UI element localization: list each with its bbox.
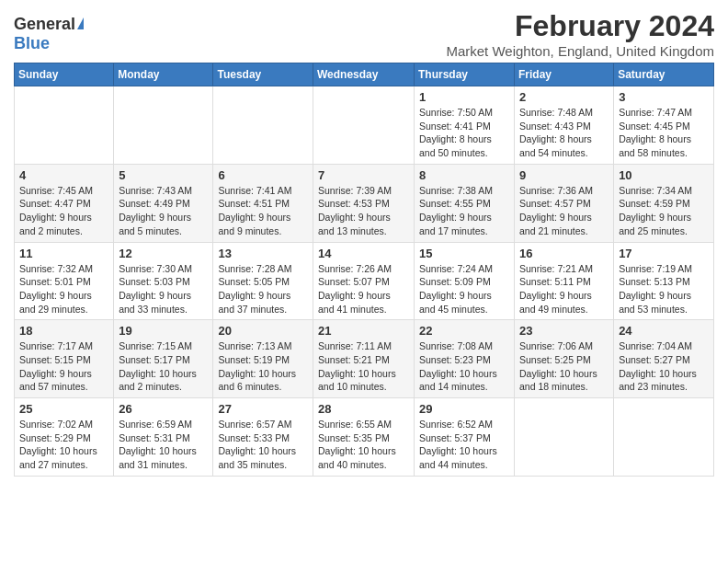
calendar-week-1: 1Sunrise: 7:50 AM Sunset: 4:41 PM Daylig… [15,86,714,165]
calendar-cell: 24Sunrise: 7:04 AM Sunset: 5:27 PM Dayli… [614,320,714,398]
day-info: Sunrise: 7:32 AM Sunset: 5:01 PM Dayligh… [19,262,108,316]
calendar-cell: 19Sunrise: 7:15 AM Sunset: 5:17 PM Dayli… [114,320,213,398]
calendar-cell: 28Sunrise: 6:55 AM Sunset: 5:35 PM Dayli… [313,398,415,477]
day-number: 20 [218,324,308,338]
calendar-cell [114,86,213,165]
calendar-body: 1Sunrise: 7:50 AM Sunset: 4:41 PM Daylig… [15,86,714,477]
day-number: 26 [119,402,208,416]
header-cell-tuesday: Tuesday [213,63,313,86]
day-number: 24 [619,324,709,338]
day-info: Sunrise: 7:30 AM Sunset: 5:03 PM Dayligh… [119,262,208,316]
calendar-cell: 9Sunrise: 7:36 AM Sunset: 4:57 PM Daylig… [515,164,614,242]
day-number: 9 [519,168,609,182]
location-title: Market Weighton, England, United Kingdom [446,43,714,59]
day-info: Sunrise: 7:39 AM Sunset: 4:53 PM Dayligh… [318,184,409,238]
day-number: 27 [218,402,308,416]
logo-general-text: General [14,15,75,34]
calendar-cell: 11Sunrise: 7:32 AM Sunset: 5:01 PM Dayli… [15,242,114,320]
day-number: 15 [419,247,509,260]
header-cell-sunday: Sunday [15,63,114,86]
day-number: 4 [19,168,108,182]
calendar-cell [313,86,415,165]
header-cell-saturday: Saturday [614,63,714,86]
calendar-cell: 6Sunrise: 7:41 AM Sunset: 4:51 PM Daylig… [213,164,313,242]
header-cell-monday: Monday [114,63,213,86]
day-info: Sunrise: 7:11 AM Sunset: 5:21 PM Dayligh… [318,339,409,394]
day-number: 1 [419,90,509,104]
day-info: Sunrise: 7:19 AM Sunset: 5:13 PM Dayligh… [619,262,709,316]
logo-triangle-icon [77,17,84,29]
calendar-cell: 26Sunrise: 6:59 AM Sunset: 5:31 PM Dayli… [114,398,213,477]
calendar-cell: 5Sunrise: 7:43 AM Sunset: 4:49 PM Daylig… [114,164,213,242]
day-number: 22 [419,324,509,338]
day-info: Sunrise: 7:38 AM Sunset: 4:55 PM Dayligh… [419,184,509,238]
day-number: 17 [619,247,709,260]
day-info: Sunrise: 7:43 AM Sunset: 4:49 PM Dayligh… [119,184,208,238]
day-info: Sunrise: 7:28 AM Sunset: 5:05 PM Dayligh… [218,262,308,316]
day-info: Sunrise: 7:04 AM Sunset: 5:27 PM Dayligh… [619,339,709,394]
month-title: February 2024 [446,9,714,43]
calendar-cell: 20Sunrise: 7:13 AM Sunset: 5:19 PM Dayli… [213,320,313,398]
calendar-cell: 29Sunrise: 6:52 AM Sunset: 5:37 PM Dayli… [415,398,515,477]
calendar-cell: 3Sunrise: 7:47 AM Sunset: 4:45 PM Daylig… [614,86,714,165]
day-number: 25 [19,402,108,416]
calendar-cell: 17Sunrise: 7:19 AM Sunset: 5:13 PM Dayli… [614,242,714,320]
header: General Blue February 2024 Market Weight… [14,9,714,59]
calendar-cell: 27Sunrise: 6:57 AM Sunset: 5:33 PM Dayli… [213,398,313,477]
calendar-week-5: 25Sunrise: 7:02 AM Sunset: 5:29 PM Dayli… [15,398,714,477]
logo-blue-text: Blue [14,34,50,53]
calendar-cell: 7Sunrise: 7:39 AM Sunset: 4:53 PM Daylig… [313,164,415,242]
day-info: Sunrise: 7:50 AM Sunset: 4:41 PM Dayligh… [419,106,509,160]
day-number: 21 [318,324,409,338]
day-number: 7 [318,168,409,182]
day-number: 18 [19,324,108,338]
day-number: 3 [619,90,709,104]
calendar-cell: 21Sunrise: 7:11 AM Sunset: 5:21 PM Dayli… [313,320,415,398]
day-info: Sunrise: 7:47 AM Sunset: 4:45 PM Dayligh… [619,106,709,160]
day-number: 5 [119,168,208,182]
calendar-cell: 25Sunrise: 7:02 AM Sunset: 5:29 PM Dayli… [15,398,114,477]
day-number: 28 [318,402,409,416]
day-info: Sunrise: 7:48 AM Sunset: 4:43 PM Dayligh… [519,106,609,160]
calendar-cell: 18Sunrise: 7:17 AM Sunset: 5:15 PM Dayli… [15,320,114,398]
calendar-cell: 4Sunrise: 7:45 AM Sunset: 4:47 PM Daylig… [15,164,114,242]
day-number: 16 [519,247,609,260]
calendar-table: SundayMondayTuesdayWednesdayThursdayFrid… [14,63,714,477]
day-number: 13 [218,247,308,260]
calendar-cell: 8Sunrise: 7:38 AM Sunset: 4:55 PM Daylig… [415,164,515,242]
day-info: Sunrise: 6:55 AM Sunset: 5:35 PM Dayligh… [318,418,409,472]
calendar-cell: 23Sunrise: 7:06 AM Sunset: 5:25 PM Dayli… [515,320,614,398]
calendar-cell: 13Sunrise: 7:28 AM Sunset: 5:05 PM Dayli… [213,242,313,320]
calendar-cell: 16Sunrise: 7:21 AM Sunset: 5:11 PM Dayli… [515,242,614,320]
day-info: Sunrise: 6:59 AM Sunset: 5:31 PM Dayligh… [119,418,208,472]
header-cell-friday: Friday [515,63,614,86]
day-number: 19 [119,324,208,338]
day-info: Sunrise: 7:02 AM Sunset: 5:29 PM Dayligh… [19,418,108,472]
day-info: Sunrise: 7:06 AM Sunset: 5:25 PM Dayligh… [519,339,609,394]
header-cell-thursday: Thursday [415,63,515,86]
day-number: 6 [218,168,308,182]
day-info: Sunrise: 6:52 AM Sunset: 5:37 PM Dayligh… [419,418,509,472]
calendar-week-4: 18Sunrise: 7:17 AM Sunset: 5:15 PM Dayli… [15,320,714,398]
day-info: Sunrise: 7:17 AM Sunset: 5:15 PM Dayligh… [19,339,108,394]
day-number: 2 [519,90,609,104]
day-number: 12 [119,247,208,260]
day-number: 29 [419,402,509,416]
day-number: 14 [318,247,409,260]
calendar-cell: 2Sunrise: 7:48 AM Sunset: 4:43 PM Daylig… [515,86,614,165]
title-area: February 2024 Market Weighton, England, … [446,9,714,59]
day-info: Sunrise: 6:57 AM Sunset: 5:33 PM Dayligh… [218,418,308,472]
day-info: Sunrise: 7:45 AM Sunset: 4:47 PM Dayligh… [19,184,108,238]
calendar-cell: 14Sunrise: 7:26 AM Sunset: 5:07 PM Dayli… [313,242,415,320]
day-info: Sunrise: 7:13 AM Sunset: 5:19 PM Dayligh… [218,339,308,394]
calendar-cell: 15Sunrise: 7:24 AM Sunset: 5:09 PM Dayli… [415,242,515,320]
day-number: 10 [619,168,709,182]
calendar-week-2: 4Sunrise: 7:45 AM Sunset: 4:47 PM Daylig… [15,164,714,242]
day-info: Sunrise: 7:15 AM Sunset: 5:17 PM Dayligh… [119,339,208,394]
day-info: Sunrise: 7:34 AM Sunset: 4:59 PM Dayligh… [619,184,709,238]
calendar-cell: 22Sunrise: 7:08 AM Sunset: 5:23 PM Dayli… [415,320,515,398]
calendar-week-3: 11Sunrise: 7:32 AM Sunset: 5:01 PM Dayli… [15,242,714,320]
day-number: 23 [519,324,609,338]
calendar-cell [15,86,114,165]
header-cell-wednesday: Wednesday [313,63,415,86]
